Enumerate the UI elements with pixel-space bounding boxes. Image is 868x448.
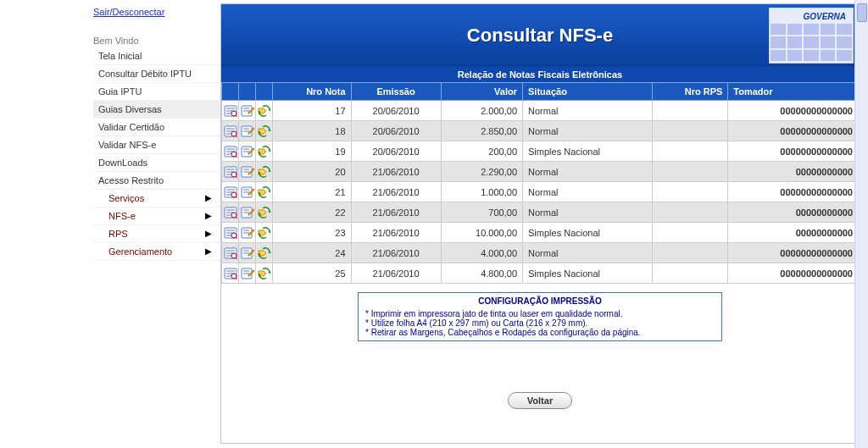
- cell-situacao: Simples Nacional: [523, 223, 653, 243]
- row-view-action[interactable]: [222, 101, 239, 121]
- cell-emissao: 20/06/2010: [351, 121, 441, 141]
- menu-item-servicos[interactable]: Serviços▶: [93, 190, 220, 207]
- menu-item-label: NFS-e: [108, 211, 136, 221]
- cell-emissao: 21/06/2010: [351, 263, 441, 284]
- row-tag-action[interactable]: [256, 243, 273, 263]
- menu-item-downloads[interactable]: DownLoads: [93, 154, 220, 172]
- row-tag-action[interactable]: [256, 121, 273, 141]
- view-icon: [224, 104, 237, 114]
- row-tag-action[interactable]: [256, 182, 273, 202]
- chevron-right-icon: ▶: [205, 229, 212, 238]
- tag-icon: [258, 124, 271, 135]
- row-view-action[interactable]: [222, 162, 239, 182]
- menu-item-acesso-restrito[interactable]: Acesso Restrito: [93, 172, 220, 190]
- cell-nro-nota: 21: [273, 182, 352, 202]
- cell-valor: 4.000,00: [441, 243, 522, 263]
- svg-line-44: [236, 176, 237, 178]
- row-edit-action[interactable]: [239, 162, 256, 182]
- cell-situacao: Normal: [523, 162, 653, 182]
- edit-icon: [241, 104, 254, 114]
- menu-item-guias-diversas[interactable]: Guias Diversas: [93, 101, 220, 119]
- cell-nro-nota: 19: [273, 141, 352, 162]
- row-view-action[interactable]: [222, 263, 239, 284]
- col-action2: [239, 83, 256, 101]
- row-edit-action[interactable]: [239, 182, 256, 202]
- edit-icon: [241, 145, 254, 155]
- tag-icon: [258, 145, 271, 155]
- cell-tomador: 00000000000: [728, 202, 859, 223]
- row-tag-action[interactable]: [256, 202, 273, 223]
- tag-icon: [258, 226, 271, 236]
- edit-icon: [241, 226, 254, 236]
- menu-item-consultar-debito-iptu[interactable]: Consultar Débito IPTU: [93, 65, 220, 83]
- row-view-action[interactable]: [222, 243, 239, 263]
- cell-situacao: Simples Nacional: [523, 263, 653, 284]
- welcome-label: Bem Vindo: [93, 36, 220, 46]
- logo: GOVERNA: [769, 8, 854, 64]
- logout-link[interactable]: Sair/Desconectar: [93, 7, 164, 17]
- cell-situacao: Normal: [523, 121, 653, 141]
- row-tag-action[interactable]: [256, 141, 273, 162]
- vertical-scrollbar[interactable]: [854, 0, 868, 448]
- cell-nro-rps: [652, 141, 728, 162]
- row-view-action[interactable]: [222, 121, 239, 141]
- button-row: Voltar: [221, 392, 859, 409]
- menu-item-rps[interactable]: RPS▶: [93, 225, 220, 243]
- tag-icon: [258, 185, 271, 196]
- cell-situacao: Normal: [523, 243, 653, 263]
- table-row: 2021/06/20102.290,00Normal00000000000: [222, 162, 859, 182]
- cell-tomador: 00000000000: [728, 223, 859, 243]
- row-edit-action[interactable]: [239, 101, 256, 121]
- scrollbar-thumb[interactable]: [857, 3, 867, 22]
- table-row: 2521/06/20104.800,00Simples Nacional0000…: [222, 263, 859, 284]
- row-view-action[interactable]: [222, 141, 239, 162]
- menu-item-label: Serviços: [108, 193, 144, 203]
- cell-situacao: Normal: [523, 202, 653, 223]
- col-situacao: Situação: [523, 83, 653, 101]
- menu-item-nfse[interactable]: NFS-e▶: [93, 207, 220, 225]
- row-edit-action[interactable]: [239, 141, 256, 162]
- row-tag-action[interactable]: [256, 263, 273, 284]
- view-icon: [224, 165, 237, 175]
- cell-nro-rps: [652, 263, 728, 284]
- tag-icon: [258, 206, 271, 216]
- row-view-action[interactable]: [222, 182, 239, 202]
- row-edit-action[interactable]: [239, 243, 256, 263]
- cell-nro-rps: [652, 202, 728, 223]
- cell-tomador: 00000000000000: [728, 243, 859, 263]
- edit-icon: [241, 267, 254, 277]
- table-row: 1920/06/2010200,00Simples Nacional000000…: [222, 141, 859, 162]
- row-edit-action[interactable]: [239, 263, 256, 284]
- row-edit-action[interactable]: [239, 223, 256, 243]
- row-edit-action[interactable]: [239, 121, 256, 141]
- svg-line-83: [236, 237, 237, 239]
- cell-situacao: Normal: [523, 182, 653, 202]
- table-row: 2221/06/2010700,00Normal00000000000: [222, 202, 859, 223]
- menu-item-validar-certidao[interactable]: Validar Certidão: [93, 119, 220, 136]
- cell-tomador: 00000000000000: [728, 263, 859, 284]
- row-edit-action[interactable]: [239, 202, 256, 223]
- print-config-box: CONFIGURAÇÃO IMPRESSÃO Imprimir em impre…: [358, 292, 722, 341]
- cell-valor: 1.000,00: [441, 182, 522, 202]
- cell-tomador: 00000000000000: [728, 101, 859, 121]
- row-tag-action[interactable]: [256, 223, 273, 243]
- svg-line-31: [236, 156, 237, 158]
- cell-emissao: 21/06/2010: [351, 202, 441, 223]
- tag-icon: [258, 267, 271, 277]
- col-emissao: Emissão: [351, 83, 441, 101]
- menu-item-tela-inicial[interactable]: Tela Inicial: [93, 47, 220, 65]
- row-view-action[interactable]: [222, 223, 239, 243]
- row-tag-action[interactable]: [256, 162, 273, 182]
- menu-item-gerenciamento[interactable]: Gerenciamento▶: [93, 243, 220, 261]
- voltar-button[interactable]: Voltar: [508, 392, 572, 409]
- cell-nro-nota: 18: [273, 121, 352, 141]
- menu-item-validar-nfse[interactable]: Validar NFS-e: [93, 136, 220, 154]
- print-config-title: CONFIGURAÇÃO IMPRESSÃO: [365, 296, 715, 306]
- cell-situacao: Simples Nacional: [523, 141, 653, 162]
- row-view-action[interactable]: [222, 202, 239, 223]
- row-tag-action[interactable]: [256, 101, 273, 121]
- chevron-right-icon: ▶: [205, 193, 212, 202]
- cell-nro-rps: [652, 223, 728, 243]
- cell-valor: 200,00: [441, 141, 522, 162]
- menu-item-guia-iptu[interactable]: Guia IPTU: [93, 83, 220, 101]
